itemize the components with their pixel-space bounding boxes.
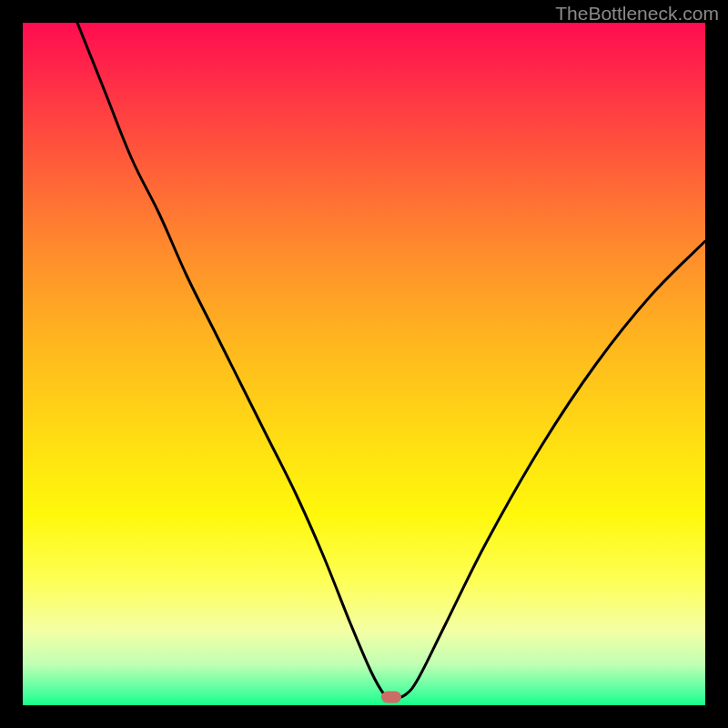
plot-area bbox=[23, 23, 705, 705]
watermark-text: TheBottleneck.com bbox=[555, 3, 719, 25]
chart-frame: TheBottleneck.com bbox=[0, 0, 728, 728]
bottleneck-curve bbox=[23, 23, 705, 705]
optimal-marker bbox=[381, 692, 401, 703]
